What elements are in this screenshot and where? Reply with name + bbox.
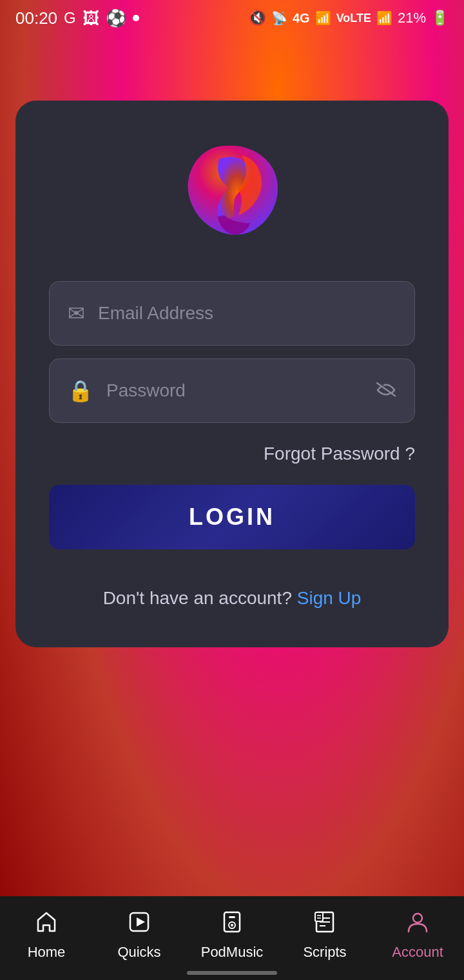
time-display: 00:20: [15, 8, 57, 28]
signup-container: Don't have an account? Sign Up: [103, 588, 362, 609]
home-indicator: [187, 971, 277, 975]
gallery-icon: 🖼: [82, 8, 99, 28]
email-icon: ✉: [68, 301, 85, 326]
nav-item-quicks[interactable]: Quicks: [93, 910, 186, 961]
svg-point-4: [231, 924, 233, 926]
scripts-label: Scripts: [303, 944, 346, 961]
nav-item-podmusic[interactable]: PodMusic: [186, 910, 278, 961]
account-label: Account: [392, 944, 443, 961]
login-button[interactable]: LOGIN: [49, 485, 415, 549]
email-field[interactable]: [98, 303, 396, 324]
podmusic-icon: [220, 910, 244, 940]
quicks-icon: [127, 910, 151, 940]
hotspot-icon: 📡: [271, 10, 287, 26]
password-input-group: 🔒: [49, 358, 415, 423]
volte-icon: VoLTE: [336, 12, 371, 25]
home-icon: [34, 910, 59, 940]
battery-text: 21%: [398, 10, 426, 26]
login-card: ✉ 🔒 Forgot Password ?: [15, 101, 449, 647]
mute-icon: 🔇: [249, 10, 266, 26]
podmusic-label: PodMusic: [201, 944, 264, 961]
nav-item-account[interactable]: Account: [371, 910, 464, 961]
svg-rect-5: [229, 916, 235, 918]
app-logo: [180, 139, 284, 242]
email-input-group: ✉: [49, 281, 415, 346]
svg-rect-10: [315, 912, 323, 921]
status-right: 🔇 📡 4G 📶 VoLTE 📶 21% 🔋: [249, 10, 449, 26]
dot-indicator: [133, 15, 139, 21]
nav-item-scripts[interactable]: Scripts: [278, 910, 371, 961]
email-input-wrapper: ✉: [49, 281, 415, 346]
nav-item-home[interactable]: Home: [0, 910, 93, 961]
google-icon: G: [64, 9, 76, 27]
signal-bars: 📶: [315, 10, 331, 26]
forgot-password-link[interactable]: Forgot Password ?: [264, 444, 415, 464]
bottom-navigation: Home Quicks PodMusic: [0, 896, 464, 980]
status-left: 00:20 G 🖼 ⚽: [15, 8, 139, 28]
password-input-wrapper: 🔒: [49, 358, 415, 423]
account-icon: [405, 910, 430, 940]
password-toggle-icon[interactable]: [376, 380, 396, 402]
signup-link[interactable]: Sign Up: [297, 588, 362, 608]
lock-icon: 🔒: [68, 378, 93, 403]
home-label: Home: [28, 944, 66, 961]
signal-bars-2: 📶: [376, 10, 392, 26]
network-4g: 4G: [293, 11, 310, 26]
status-bar: 00:20 G 🖼 ⚽ 🔇 📡 4G 📶 VoLTE 📶 21% 🔋: [0, 0, 464, 36]
quicks-label: Quicks: [117, 944, 160, 961]
soccer-icon: ⚽: [106, 8, 126, 28]
svg-marker-1: [137, 917, 145, 926]
forgot-password-container: Forgot Password ?: [49, 444, 415, 464]
svg-point-13: [413, 914, 422, 923]
password-field[interactable]: [106, 380, 363, 401]
no-account-text: Don't have an account?: [103, 588, 292, 608]
main-content: ✉ 🔒 Forgot Password ?: [0, 36, 464, 647]
battery-icon: 🔋: [431, 10, 449, 26]
scripts-icon: [313, 910, 337, 940]
